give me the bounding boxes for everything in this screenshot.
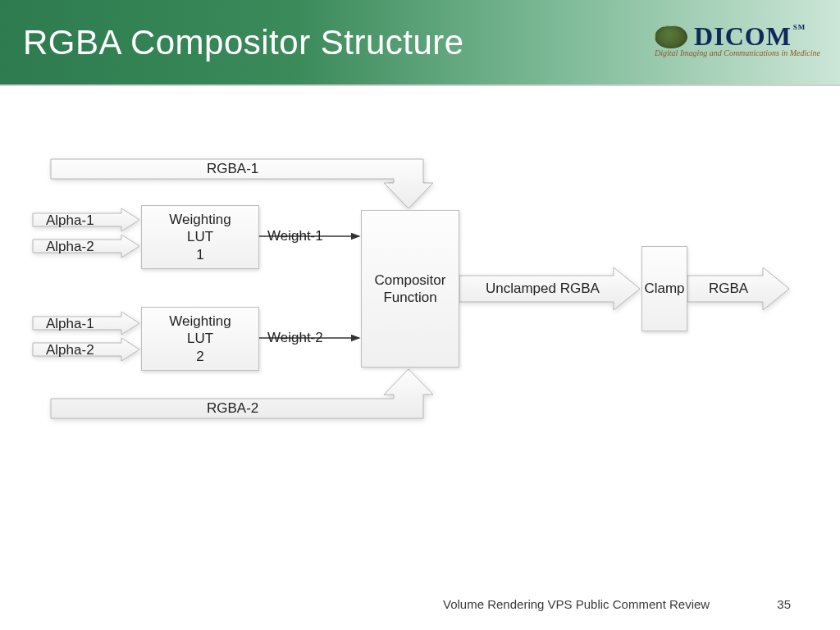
weighting-lut-2-box: Weighting LUT 2 [141,307,259,371]
dicom-logo: DICOMSM Digital Imaging and Communicatio… [655,21,820,57]
unclamped-rgba-label: Unclamped RGBA [486,281,600,297]
alpha1-lut2-label: Alpha-1 [46,316,94,332]
alpha2-lut1-label: Alpha-2 [46,239,94,255]
footer-text: Volume Rendering VPS Public Comment Revi… [443,597,710,611]
compositor-function-box: Compositor Function [361,210,459,368]
diagram-canvas: RGBA-1 RGBA-2 Alpha-1 Alpha-2 Alpha-1 Al… [0,156,840,459]
slide-title: RGBA Compositor Structure [23,23,464,62]
weighting-lut-1-box: Weighting LUT 1 [141,205,259,269]
rgba1-label: RGBA-1 [207,161,258,177]
weight2-label: Weight-2 [267,330,323,346]
globe-icon [655,25,687,48]
page-number: 35 [777,597,791,611]
rgba-out-label: RGBA [709,281,748,297]
logo-text: DICOMSM [694,21,804,52]
clamp-box: Clamp [641,246,687,331]
alpha2-lut2-label: Alpha-2 [46,342,94,358]
slide-header: RGBA Compositor Structure DICOMSM Digita… [0,0,840,86]
slide-footer: Volume Rendering VPS Public Comment Revi… [0,597,840,617]
weight1-label: Weight-1 [267,228,323,244]
alpha1-lut1-label: Alpha-1 [46,212,94,229]
rgba2-label: RGBA-2 [207,400,258,417]
